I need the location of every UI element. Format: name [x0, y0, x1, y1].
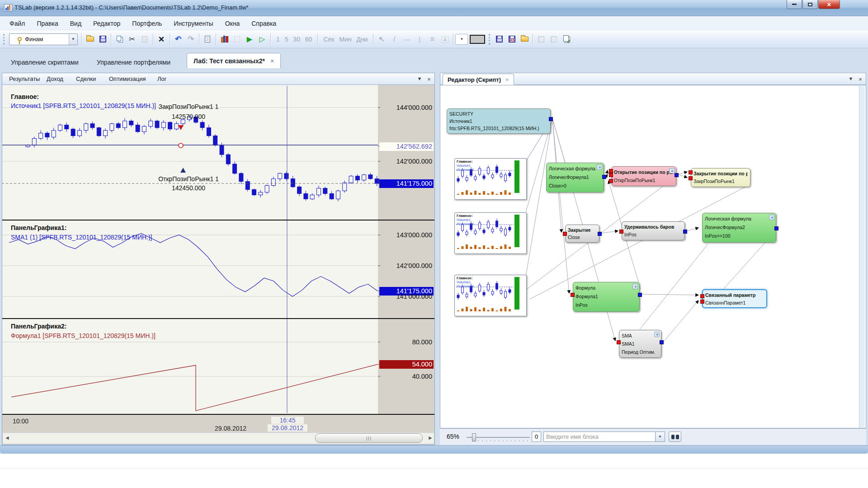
line-color-swatch[interactable] — [470, 35, 485, 44]
line-color-dropdown[interactable]: ▼ — [455, 34, 468, 45]
editor-panel-menu-icon[interactable]: ▼ — [847, 76, 854, 81]
tab-manage-1[interactable]: Управление портфелями — [90, 56, 177, 70]
zoom-slider-thumb[interactable] — [472, 433, 476, 441]
minimize-button[interactable] — [787, 0, 802, 9]
node-formula[interactable]: ФормулаФормула1InPos» — [573, 282, 640, 312]
subtab-results[interactable]: Результаты — [9, 75, 40, 82]
node-close-position[interactable]: Закрытие позиции по рынЗакрПозиПоРынк1 — [691, 168, 750, 187]
input-port[interactable] — [619, 230, 623, 234]
menu-edit[interactable]: Правка — [31, 18, 64, 29]
tab-manage-0[interactable]: Управление скриптами — [5, 56, 85, 70]
collapse-icon[interactable]: » — [654, 332, 660, 337]
scroll-left-arrow[interactable]: ◄ — [5, 435, 10, 441]
collapse-icon[interactable]: » — [632, 284, 638, 289]
collapse-icon[interactable]: » — [769, 215, 774, 220]
fibo-tool — [426, 33, 438, 45]
toolbar-grip[interactable] — [3, 34, 5, 45]
account-combo[interactable]: Финам▼ — [9, 33, 78, 45]
properties-button[interactable] — [202, 33, 213, 45]
node-chart-pane-3[interactable]: Главное:Volume1Источник1 — [454, 275, 527, 316]
menu-windows[interactable]: Окна — [219, 18, 246, 29]
node-text: Логическая формула — [705, 215, 774, 223]
save-as-button[interactable] — [506, 33, 518, 45]
input-port[interactable] — [700, 300, 704, 304]
tab-lab-test[interactable]: Лаб: Тест связанных2*× — [187, 53, 281, 68]
subtab-trades[interactable]: Сделки — [76, 75, 96, 82]
open-workspace-button[interactable] — [519, 33, 530, 45]
close-button[interactable]: × — [818, 0, 840, 9]
validate-script-button[interactable] — [561, 33, 572, 45]
node-security[interactable]: SECURITYИсточник1frts:SPFB.RTS_120101_12… — [447, 108, 551, 134]
collapse-icon[interactable]: » — [669, 168, 675, 174]
scrollbar-thumb[interactable] — [315, 433, 423, 443]
node-sma[interactable]: SMASMA1Период Оптим.» — [619, 330, 661, 358]
subtab-income[interactable]: Доход — [47, 75, 63, 82]
menu-tools[interactable]: Инструменты — [168, 18, 219, 29]
input-port[interactable] — [609, 173, 613, 177]
input-port[interactable] — [689, 176, 693, 180]
menu-portfolio[interactable]: Портфель — [126, 18, 168, 29]
node-linked-parameter[interactable]: Связанный параметрСвязаннПарамет1 — [702, 289, 767, 308]
output-port[interactable] — [774, 226, 778, 230]
run-button[interactable] — [244, 33, 255, 45]
block-search-dropdown-icon[interactable]: ▼ — [656, 432, 665, 442]
delete-button[interactable] — [156, 33, 167, 45]
output-port[interactable] — [598, 232, 602, 236]
block-search-input[interactable] — [543, 432, 656, 442]
node-held-bars[interactable]: Удерживалось баровInPos — [622, 221, 685, 240]
maximize-button[interactable] — [802, 0, 818, 9]
collapse-icon[interactable]: » — [597, 164, 602, 170]
menu-file[interactable]: Файл — [4, 18, 31, 29]
input-port[interactable] — [571, 293, 575, 297]
main-toolbar: Финам▼1 5 30 60Сек Мин Дни▼ — [0, 30, 868, 48]
scroll-right-arrow[interactable]: ► — [428, 435, 433, 441]
chart-panel-close-icon[interactable]: × — [425, 76, 433, 83]
text-tool — [439, 33, 451, 45]
editor-panel-close-icon[interactable]: × — [857, 76, 864, 83]
input-port[interactable] — [609, 169, 613, 173]
input-port[interactable] — [609, 179, 613, 183]
account-dropdown-icon[interactable]: ▼ — [69, 34, 77, 45]
output-port[interactable] — [675, 173, 679, 177]
output-port[interactable] — [602, 175, 606, 179]
input-port[interactable] — [700, 294, 704, 298]
editor-tab-close-icon[interactable]: × — [505, 76, 509, 83]
output-port[interactable] — [660, 340, 664, 344]
run-once-button[interactable] — [256, 33, 268, 45]
output-port[interactable] — [638, 293, 642, 297]
output-port[interactable] — [549, 117, 553, 121]
output-port[interactable] — [683, 230, 687, 234]
data-sources-button[interactable] — [218, 33, 230, 45]
panel3-title: ПанельГрафика2: — [11, 323, 66, 330]
save-button[interactable] — [97, 33, 108, 45]
price-chart[interactable] — [2, 85, 435, 414]
find-block-button[interactable] — [669, 432, 681, 442]
node-chart-pane-1[interactable]: Главное:Volume1Источник1 — [454, 158, 527, 200]
node-text: ЛогичесФормула1 — [549, 173, 601, 182]
tab-close-icon[interactable]: × — [270, 57, 274, 65]
input-port[interactable] — [617, 340, 621, 344]
node-close-price[interactable]: ЗакрытиеClose — [565, 225, 599, 243]
save-workspace-button[interactable] — [493, 33, 505, 45]
input-port[interactable] — [563, 232, 567, 236]
node-logic-formula-1[interactable]: Логическая формулаЛогичесФормула1Close>0… — [546, 163, 604, 192]
node-logic-formula-2[interactable]: Логическая формулаЛогичесФормула2InPos==… — [702, 213, 776, 243]
floppy-icon — [496, 36, 503, 42]
block-index-spinner[interactable]: 0 — [532, 432, 541, 442]
toolbar-grip[interactable] — [489, 34, 491, 45]
chart-panel-menu-icon[interactable]: ▼ — [416, 76, 423, 81]
node-chart-pane-2[interactable]: Главное:Volume1Источник1 — [454, 212, 527, 254]
tab-editor-script[interactable]: Редактор (Скрипт)× — [443, 74, 514, 85]
menu-help[interactable]: Справка — [245, 18, 282, 29]
input-port[interactable] — [689, 170, 693, 174]
menu-view[interactable]: Вид — [64, 18, 87, 29]
copy-button[interactable] — [113, 33, 125, 45]
menu-editor[interactable]: Редактор — [87, 18, 126, 29]
subtab-optimization[interactable]: Оптимизация — [109, 75, 146, 82]
node-open-position[interactable]: Открытие позиции по рынОткрПозиПоРынк1» — [611, 166, 676, 186]
subtab-log[interactable]: Лог — [157, 75, 167, 82]
undo-button[interactable] — [172, 33, 184, 45]
open-file-button[interactable] — [84, 33, 96, 45]
cut-button[interactable] — [126, 33, 138, 45]
zoom-slider-track[interactable] — [467, 437, 530, 438]
